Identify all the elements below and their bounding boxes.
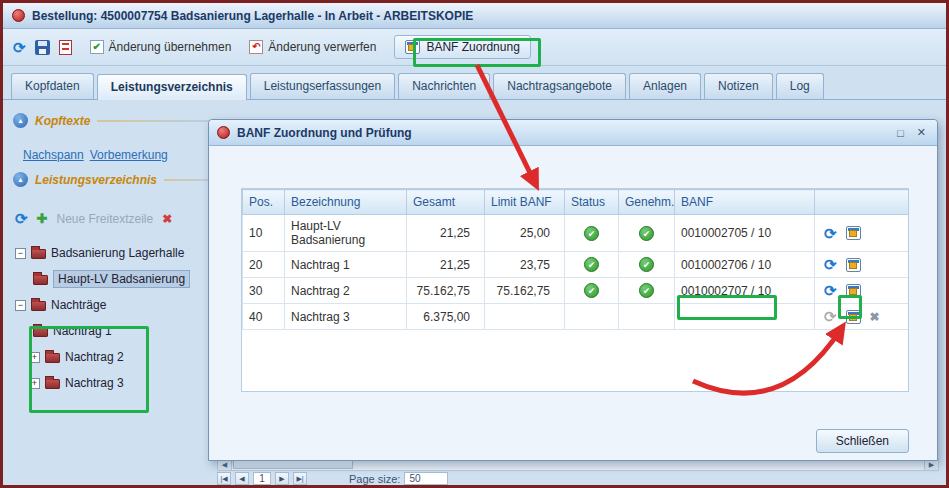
tree-node-haupt-lv[interactable]: Haupt-LV Badsanierung — [33, 266, 221, 292]
banf-assign-icon[interactable] — [846, 284, 861, 298]
tree-node-nachtrag-1[interactable]: Nachtrag 1 — [33, 318, 221, 344]
banf-icon — [405, 40, 420, 54]
tab-notizen[interactable]: Notizen — [704, 73, 773, 99]
page-size-select[interactable]: 50 — [404, 472, 448, 485]
approved-ok-icon: ✔ — [639, 257, 654, 272]
remove-assignment-icon[interactable]: ✖ — [870, 310, 880, 324]
cell-genehm: ✔ — [619, 215, 675, 252]
scrollbar-thumb[interactable] — [233, 460, 353, 469]
tab-log[interactable]: Log — [776, 73, 824, 99]
folder-icon — [33, 275, 48, 285]
col-bezeichnung[interactable]: Bezeichnung — [285, 190, 407, 215]
banf-assign-icon[interactable] — [846, 226, 861, 240]
tab-leistungsverzeichnis[interactable]: Leistungsverzeichnis — [97, 74, 247, 100]
next-page-button[interactable]: ▶ — [275, 472, 289, 485]
folder-icon — [33, 327, 48, 337]
refresh-icon[interactable]: ⟳ — [824, 257, 837, 272]
cell-bezeichnung: Nachtrag 2 — [285, 278, 407, 304]
dialog-title: BANF Zuordnung und Prüfung — [237, 126, 887, 140]
cell-genehm: ✔ — [619, 252, 675, 278]
tab-kopfdaten[interactable]: Kopfdaten — [11, 73, 94, 99]
cell-banf: 0010002706 / 10 — [675, 252, 815, 278]
current-page-input[interactable]: 1 — [253, 472, 271, 485]
window-titlebar: Bestellung: 4500007754 Badsanierung Lage… — [3, 3, 946, 29]
cell-genehm: ✔ — [619, 278, 675, 304]
cell-pos: 10 — [243, 215, 285, 252]
tab-strip: Kopfdaten Leistungsverzeichnis Leistungs… — [3, 66, 946, 100]
tree-node-nachtrag-2[interactable]: + Nachtrag 2 — [29, 344, 221, 370]
export-pdf-icon[interactable] — [59, 40, 72, 55]
expand-node-icon[interactable]: + — [29, 352, 40, 363]
first-page-button[interactable]: |◀ — [217, 472, 231, 485]
cell-pos: 40 — [243, 304, 285, 330]
cell-status — [565, 304, 619, 330]
folder-icon — [31, 301, 46, 311]
cell-banf-empty[interactable] — [675, 304, 815, 330]
tab-leistungserfassungen[interactable]: Leistungserfassungen — [250, 73, 395, 99]
prev-page-button[interactable]: ◀ — [235, 472, 249, 485]
tab-nachrichten[interactable]: Nachrichten — [398, 73, 490, 99]
tab-nachtragsangebote[interactable]: Nachtragsangebote — [493, 73, 626, 99]
table-row[interactable]: 40 Nachtrag 3 6.375,00 ⟳ ✖ — [243, 304, 910, 330]
main-toolbar: ⟳ ✔ Änderung übernehmen ↶ Änderung verwe… — [3, 29, 946, 66]
collapse-section-icon[interactable]: ▲ — [13, 172, 28, 187]
col-genehm[interactable]: Genehm. — [619, 190, 675, 215]
expand-node-icon[interactable]: + — [29, 378, 40, 389]
save-icon[interactable] — [35, 40, 50, 55]
cell-gesamt: 75.162,75 — [407, 278, 485, 304]
table-row[interactable]: 30 Nachtrag 2 75.162,75 75.162,75 ✔ ✔ 00… — [243, 278, 910, 304]
table-row[interactable]: 20 Nachtrag 1 21,25 23,75 ✔ ✔ 0010002706… — [243, 252, 910, 278]
apply-changes-label: Änderung übernehmen — [109, 40, 232, 54]
new-freetext-row-button[interactable]: Neue Freitextzeile — [56, 212, 153, 226]
tree-node-nachtrag-3[interactable]: + Nachtrag 3 — [29, 370, 221, 396]
leistungsverzeichnis-header: Leistungsverzeichnis — [35, 173, 157, 187]
cell-status: ✔ — [565, 278, 619, 304]
tree-node-badsanierung[interactable]: − Badsanierung Lagerhalle — [15, 240, 221, 266]
refresh-icon[interactable]: ⟳ — [824, 226, 837, 241]
cell-bezeichnung: Nachtrag 3 — [285, 304, 407, 330]
cell-banf: 0010002707 / 10 — [675, 278, 815, 304]
last-page-button[interactable]: ▶| — [293, 472, 307, 485]
col-banf[interactable]: BANF — [675, 190, 815, 215]
col-status[interactable]: Status — [565, 190, 619, 215]
sidebar: ▲ Kopftexte Nachspann Vorbemerkung ▲ Lei… — [9, 103, 221, 479]
discard-changes-button[interactable]: ↶ Änderung verwerfen — [249, 40, 376, 54]
banf-assign-icon[interactable] — [846, 310, 861, 324]
col-pos[interactable]: Pos. — [243, 190, 285, 215]
window-title: Bestellung: 4500007754 Badsanierung Lage… — [32, 9, 473, 23]
app-icon — [12, 9, 25, 22]
tab-anlagen[interactable]: Anlagen — [629, 73, 701, 99]
cell-banf: 0010002705 / 10 — [675, 215, 815, 252]
status-ok-icon: ✔ — [584, 283, 599, 298]
cell-genehm — [619, 304, 675, 330]
banf-zuordnung-label: BANF Zuordnung — [426, 40, 519, 54]
table-row[interactable]: 10 Haupt-LV Badsanierung 21,25 25,00 ✔ ✔… — [243, 215, 910, 252]
link-nachspann[interactable]: Nachspann — [23, 148, 84, 162]
banf-zuordnung-button[interactable]: BANF Zuordnung — [394, 35, 530, 59]
refresh-icon[interactable]: ⟳ — [15, 211, 28, 226]
collapse-section-icon[interactable]: ▲ — [13, 113, 28, 128]
tree-node-nachtraege[interactable]: − Nachträge — [15, 292, 221, 318]
cell-actions: ⟳ — [815, 252, 910, 278]
refresh-icon[interactable]: ⟳ — [824, 283, 837, 298]
section-kopftexte: ▲ Kopftexte — [13, 113, 221, 128]
apply-changes-button[interactable]: ✔ Änderung übernehmen — [90, 40, 232, 54]
close-icon[interactable]: ✕ — [914, 126, 929, 139]
schliessen-button[interactable]: Schließen — [816, 429, 909, 453]
cell-pos: 30 — [243, 278, 285, 304]
collapse-node-icon[interactable]: − — [15, 248, 26, 259]
add-icon[interactable]: ✚ — [37, 211, 48, 226]
maximize-icon[interactable]: □ — [894, 127, 907, 139]
col-limit-banf[interactable]: Limit BANF — [485, 190, 565, 215]
col-actions — [815, 190, 910, 215]
kopftexte-links: Nachspann Vorbemerkung — [23, 148, 221, 162]
col-gesamt[interactable]: Gesamt — [407, 190, 485, 215]
cell-limit — [485, 304, 565, 330]
banf-assign-icon[interactable] — [846, 258, 861, 272]
refresh-icon[interactable]: ⟳ — [13, 40, 26, 55]
dialog-titlebar[interactable]: BANF Zuordnung und Prüfung □ ✕ — [209, 120, 937, 146]
banf-table-container: Pos. Bezeichnung Gesamt Limit BANF Statu… — [241, 188, 909, 392]
link-vorbemerkung[interactable]: Vorbemerkung — [90, 148, 168, 162]
delete-icon[interactable]: ✖ — [162, 212, 172, 226]
collapse-node-icon[interactable]: − — [15, 300, 26, 311]
